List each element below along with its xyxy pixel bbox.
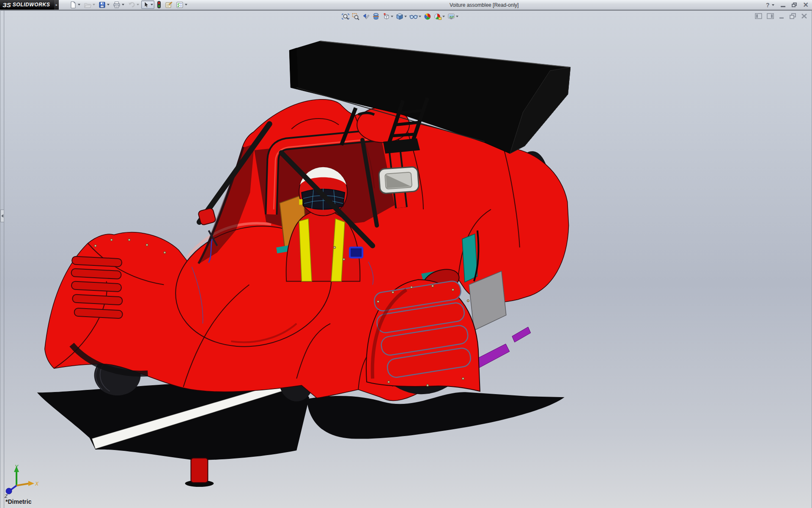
side-skirt-purple-2 [512, 327, 531, 342]
select-tool-button[interactable] [141, 0, 154, 9]
note-pencil-icon [165, 1, 173, 8]
rearview-mirror [379, 166, 419, 193]
help-button[interactable]: ? [766, 2, 774, 8]
options-button[interactable] [175, 0, 189, 9]
doc-close-button[interactable] [801, 13, 807, 19]
panel-splitter [4, 11, 4, 508]
doc-minimize-button[interactable] [779, 13, 785, 19]
collapse-arrow-icon [1, 214, 3, 218]
menu-expand-arrow-icon[interactable]: ▸ [54, 0, 59, 10]
previous-view-icon [362, 13, 370, 20]
orientation-triad: Y X Z [3, 464, 42, 500]
nose-stand [185, 458, 214, 487]
save-floppy-icon [99, 1, 106, 8]
save-button[interactable] [97, 0, 111, 9]
stoplight-icon [156, 1, 162, 8]
view-orientation-icon [382, 13, 390, 20]
car-model[interactable] [0, 11, 812, 508]
zoom-to-fit-button[interactable] [341, 12, 350, 21]
hide-show-items-button[interactable] [409, 12, 422, 21]
zoom-to-area-icon [352, 13, 359, 20]
solidworks-logo-icon: ЗS [3, 1, 11, 8]
edit-annotation-button[interactable] [164, 0, 174, 9]
minimize-button[interactable] [781, 3, 785, 7]
section-view-button[interactable] [372, 12, 380, 21]
zoom-to-fit-icon [342, 13, 349, 20]
apply-scene-button[interactable] [433, 12, 445, 21]
triad-y-label: Y [15, 464, 19, 470]
select-cursor-icon [143, 1, 149, 8]
undo-button[interactable] [126, 0, 140, 9]
restore-button[interactable] [792, 3, 797, 7]
doc-restore-button[interactable] [790, 13, 796, 19]
rebuild-stoplight-button[interactable] [155, 0, 163, 9]
view-orientation-label: *Dimetric [5, 498, 31, 505]
window-title: Voiture assomblee [Read-only] [450, 2, 518, 8]
open-button[interactable] [82, 0, 96, 9]
apply-scene-icon [434, 13, 442, 20]
edit-appearance-button[interactable] [423, 12, 432, 21]
zoom-to-area-button[interactable] [351, 12, 360, 21]
view-settings-icon [447, 13, 455, 20]
close-button[interactable]: ✕ [803, 1, 809, 9]
harness-buckle [350, 248, 362, 258]
section-view-icon [372, 13, 380, 20]
eyeglasses-icon [409, 13, 418, 20]
standard-toolbar [68, 0, 189, 10]
checklist-icon [176, 1, 184, 8]
open-folder-icon [84, 1, 91, 8]
graphics-viewport[interactable]: Y X Z *Dimetric [0, 10, 812, 508]
view-orientation-button[interactable] [382, 12, 394, 21]
window-controls: ? ✕ [766, 1, 809, 9]
right-fender [366, 279, 480, 391]
pane-left-button[interactable] [755, 13, 762, 19]
print-button[interactable] [112, 0, 126, 9]
undo-arrow-icon [128, 1, 135, 8]
display-style-icon [396, 13, 403, 20]
new-document-button[interactable] [68, 0, 82, 9]
panel-collapse-handle[interactable] [0, 210, 4, 222]
new-document-icon [69, 1, 77, 8]
title-bar: ЗS SOLIDWORKS ▸ [0, 0, 812, 10]
document-window-controls [755, 13, 807, 19]
printer-icon [113, 1, 121, 8]
previous-view-button[interactable] [362, 12, 370, 21]
view-settings-button[interactable] [447, 12, 459, 21]
heads-up-view-toolbar [341, 12, 459, 21]
driver-helmet [299, 167, 347, 216]
display-style-button[interactable] [395, 12, 407, 21]
triad-x-label: X [35, 481, 39, 487]
solidworks-logo: ЗS SOLIDWORKS [0, 0, 54, 10]
pane-right-button[interactable] [767, 13, 774, 19]
appearance-sphere-icon [424, 13, 431, 20]
